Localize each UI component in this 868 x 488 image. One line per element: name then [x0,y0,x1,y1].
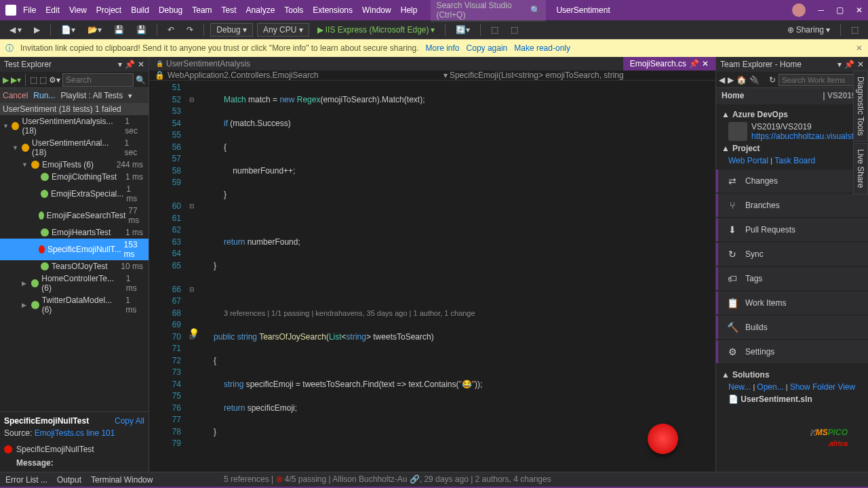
nav-fwd-button[interactable]: ▶ [30,24,44,36]
solutions-section[interactable]: ▲ Solutions [722,370,863,380]
test-tree-row[interactable]: EmojiClothingTest1 ms [0,171,149,183]
tab-usersentiment[interactable]: 🔒UserSentimentAnalysis [149,57,257,70]
error-list-tab[interactable]: Error List ... [5,475,47,485]
plug-icon[interactable]: 🔌 [749,75,760,85]
run-link[interactable]: Run... [33,91,55,100]
refresh-icon[interactable]: 🔄▾ [452,24,474,36]
project-section[interactable]: ▲ Project [722,144,863,153]
step-icon[interactable]: ⬚ [507,24,522,36]
platform-dropdown[interactable]: Any CPU ▾ [257,23,309,37]
playlist-link[interactable]: Playlist : All Tests [60,91,123,100]
new-link[interactable]: New... [728,382,751,392]
action-settings[interactable]: ⚙Settings [716,340,868,363]
menu-view[interactable]: View [69,5,87,15]
test-tree-row[interactable]: ▶TwitterDataModel... (6)1 ms [0,294,149,316]
group-icon[interactable]: ⬚ [30,75,37,85]
live-share-tab[interactable]: Live Share [853,143,868,194]
menu-project[interactable]: Project [96,5,121,15]
codelens[interactable]: 5 references | ⊗ 4/5 passing | Allison B… [197,474,715,486]
action-changes[interactable]: ⇄Changes [716,169,868,192]
minimize-button[interactable]: ─ [818,5,824,15]
test-tree-row[interactable]: ▼UserSentimentAnalysis... (18)1 sec [0,115,149,137]
solution-name[interactable]: UserSentiment.sln [741,394,812,404]
action-branches[interactable]: ⑂Branches [716,194,868,217]
breadcrumb-method[interactable]: SpecificEmoji(List<string> emojiToSearch… [450,70,624,80]
close-button[interactable]: ✕ [856,5,863,15]
test-tree-row[interactable]: ▼UserSentimentAnal... (18)1 sec [0,137,149,159]
action-builds[interactable]: 🔨Builds [716,316,868,339]
save-all-button[interactable]: 💾 [132,24,151,36]
redo-button[interactable]: ↷ [182,24,197,36]
search-icon[interactable]: 🔍 [136,75,146,85]
source-link[interactable]: EmojiTests.cs line 101 [35,428,115,438]
azure-devops-section[interactable]: ▲ Azure DevOps [722,110,863,119]
menu-debug[interactable]: Debug [159,5,182,15]
code-editor[interactable]: Match match = new Regex(emojiToSearch).M… [197,81,715,488]
undo-button[interactable]: ↶ [163,24,178,36]
more-info-link[interactable]: More info [426,43,460,53]
home-icon[interactable]: 🏠 [736,75,747,85]
refresh-icon[interactable]: ↻ [769,75,776,85]
user-avatar[interactable] [792,3,806,17]
menu-edit[interactable]: Edit [45,5,60,15]
settings-icon[interactable]: ⚙▾ [49,75,60,85]
menu-extensions[interactable]: Extensions [313,5,353,15]
make-readonly-link[interactable]: Make read-only [514,43,570,53]
nav-back-button[interactable]: ◀ ▾ [5,24,26,36]
test-tree-row[interactable]: TearsOfJoyTest10 ms [0,260,149,272]
live-share-button[interactable]: ⊕ Sharing ▾ [783,24,834,36]
action-pull-requests[interactable]: ⬇Pull Requests [716,218,868,241]
test-tree-row[interactable]: ▼EmojiTests (6)244 ms [0,159,149,171]
pin-icon[interactable]: 📌 [844,60,854,69]
pin-icon[interactable]: 📌 [689,59,699,68]
back-icon[interactable]: ◀ [719,75,725,85]
test-tree-row[interactable]: EmojiExtraSpecial...1 ms [0,183,149,205]
action-work-items[interactable]: 📋Work Items [716,291,868,314]
infobar-close-icon[interactable]: ✕ [856,43,863,53]
menu-test[interactable]: Test [222,5,237,15]
menu-tools[interactable]: Tools [284,5,303,15]
task-board-link[interactable]: Task Board [774,156,815,165]
dropdown-icon[interactable]: ▾ [118,60,122,69]
panel-close-icon[interactable]: ✕ [138,60,144,69]
copy-all-link[interactable]: Copy All [115,416,144,426]
output-tab[interactable]: Output [57,475,81,485]
menu-window[interactable]: Window [362,5,391,15]
browser-link-icon[interactable]: ⬚ [487,24,502,36]
action-tags[interactable]: 🏷Tags [716,267,868,290]
action-sync[interactable]: ↻Sync [716,243,868,266]
filter-icon[interactable]: ⬚ [39,75,47,85]
menu-help[interactable]: Help [401,5,418,15]
test-tree-row[interactable]: EmojiHeartsTest1 ms [0,226,149,239]
folder-view-link[interactable]: Show Folder View [790,382,856,392]
test-tree-row[interactable]: ▶HomeControllerTe... (6)1 ms [0,272,149,294]
quick-launch-search[interactable]: Search Visual Studio (Ctrl+Q)🔍 [431,0,546,22]
tab-emojisearch[interactable]: EmojiSearch.cs 📌 ✕ [623,57,715,70]
run-all-icon[interactable]: ▶ [3,75,9,85]
new-project-button[interactable]: 📄▾ [57,24,79,36]
web-portal-link[interactable]: Web Portal [728,156,768,165]
menu-analyze[interactable]: Analyze [246,5,275,15]
menu-team[interactable]: Team [192,5,212,15]
copy-again-link[interactable]: Copy again [467,43,508,53]
panel-close-icon[interactable]: ✕ [857,60,864,69]
test-search-input[interactable] [62,73,134,87]
open-button[interactable]: 📂▾ [83,24,106,36]
run-button[interactable]: ▶ IIS Express (Microsoft Edge) ▾ [313,24,439,36]
tab-close-icon[interactable]: ✕ [702,59,709,68]
lightbulb-icon[interactable]: 💡 [189,328,199,338]
pin-icon[interactable]: 📌 [125,60,135,69]
cancel-link[interactable]: Cancel [3,91,28,100]
open-link[interactable]: Open... [757,382,783,392]
maximize-button[interactable]: ▢ [836,5,844,15]
menu-file[interactable]: File [23,5,36,15]
devops-url-link[interactable]: https://abuchholtzau.visualstudio.... [751,131,868,141]
feedback-icon[interactable]: ⬚ [847,24,863,36]
dropdown-icon[interactable]: ▾ [837,60,842,69]
test-tree-row[interactable]: SpecificEmojiNullT...153 ms [0,239,149,260]
breadcrumb-class[interactable]: WebApplication2.Controllers.EmojiSearch [167,70,319,80]
codelens[interactable]: 3 references | 1/1 passing | kendrahaven… [197,308,715,320]
terminal-tab[interactable]: Terminal Window [91,475,153,485]
config-dropdown[interactable]: Debug ▾ [210,23,253,37]
fwd-icon[interactable]: ▶ [728,75,734,85]
